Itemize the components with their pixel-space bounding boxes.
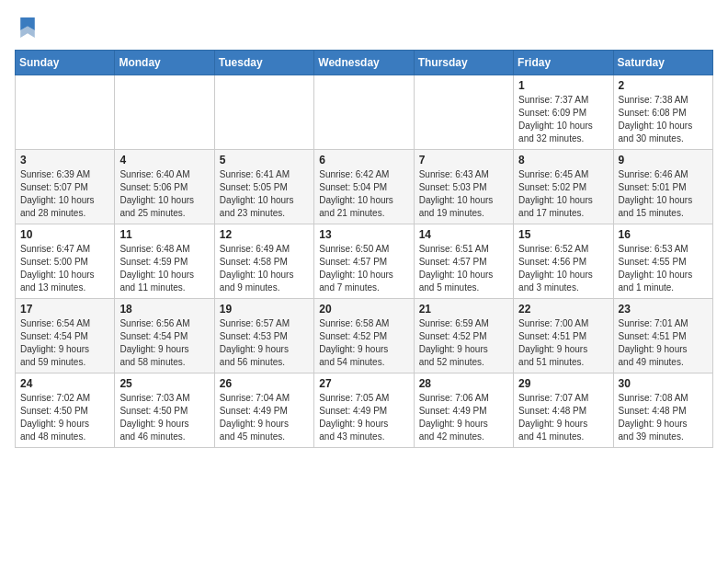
- calendar-table: SundayMondayTuesdayWednesdayThursdayFrid…: [15, 50, 713, 448]
- day-info: Sunrise: 6:45 AM Sunset: 5:02 PM Dayligh…: [518, 168, 608, 220]
- day-number: 30: [619, 377, 708, 390]
- calendar-cell: 24Sunrise: 7:02 AM Sunset: 4:50 PM Dayli…: [16, 373, 115, 448]
- calendar-cell: [314, 75, 414, 150]
- day-number: 5: [220, 154, 309, 167]
- day-number: 26: [220, 377, 309, 390]
- logo-icon: [15, 15, 40, 40]
- weekday-header-wednesday: Wednesday: [314, 51, 414, 75]
- calendar-cell: [414, 75, 513, 150]
- day-info: Sunrise: 7:02 AM Sunset: 4:50 PM Dayligh…: [20, 392, 109, 443]
- day-info: Sunrise: 6:49 AM Sunset: 4:58 PM Dayligh…: [220, 243, 309, 294]
- calendar-cell: 8Sunrise: 6:45 AM Sunset: 5:02 PM Daylig…: [514, 150, 613, 224]
- logo: [15, 15, 44, 40]
- day-info: Sunrise: 7:37 AM Sunset: 6:09 PM Dayligh…: [518, 94, 608, 145]
- day-info: Sunrise: 7:38 AM Sunset: 6:08 PM Dayligh…: [619, 94, 708, 145]
- day-info: Sunrise: 7:03 AM Sunset: 4:50 PM Dayligh…: [119, 392, 209, 443]
- calendar-row-0: 1Sunrise: 7:37 AM Sunset: 6:09 PM Daylig…: [16, 75, 713, 150]
- calendar-row-4: 24Sunrise: 7:02 AM Sunset: 4:50 PM Dayli…: [16, 373, 713, 448]
- day-number: 15: [518, 228, 608, 241]
- day-number: 23: [619, 303, 708, 316]
- calendar-cell: 26Sunrise: 7:04 AM Sunset: 4:49 PM Dayli…: [214, 373, 313, 448]
- calendar-cell: 16Sunrise: 6:53 AM Sunset: 4:55 PM Dayli…: [613, 224, 712, 299]
- calendar-cell: [115, 75, 214, 150]
- day-info: Sunrise: 6:43 AM Sunset: 5:03 PM Dayligh…: [419, 168, 508, 220]
- day-info: Sunrise: 6:46 AM Sunset: 5:01 PM Dayligh…: [619, 168, 708, 220]
- calendar-cell: [214, 75, 313, 150]
- weekday-header-friday: Friday: [514, 51, 613, 75]
- weekday-header-sunday: Sunday: [16, 51, 115, 75]
- day-number: 10: [20, 228, 109, 241]
- day-info: Sunrise: 6:41 AM Sunset: 5:05 PM Dayligh…: [220, 168, 309, 220]
- day-info: Sunrise: 6:51 AM Sunset: 4:57 PM Dayligh…: [419, 243, 508, 294]
- calendar-cell: 19Sunrise: 6:57 AM Sunset: 4:53 PM Dayli…: [214, 299, 313, 373]
- calendar-cell: 1Sunrise: 7:37 AM Sunset: 6:09 PM Daylig…: [514, 75, 613, 150]
- calendar-cell: 3Sunrise: 6:39 AM Sunset: 5:07 PM Daylig…: [16, 150, 115, 224]
- calendar-cell: 14Sunrise: 6:51 AM Sunset: 4:57 PM Dayli…: [414, 224, 513, 299]
- day-number: 8: [518, 154, 608, 167]
- day-number: 13: [319, 228, 408, 241]
- calendar-cell: 11Sunrise: 6:48 AM Sunset: 4:59 PM Dayli…: [115, 224, 214, 299]
- calendar-cell: 17Sunrise: 6:54 AM Sunset: 4:54 PM Dayli…: [16, 299, 115, 373]
- day-info: Sunrise: 7:01 AM Sunset: 4:51 PM Dayligh…: [619, 317, 708, 369]
- day-info: Sunrise: 6:42 AM Sunset: 5:04 PM Dayligh…: [319, 168, 408, 220]
- calendar-cell: 28Sunrise: 7:06 AM Sunset: 4:49 PM Dayli…: [414, 373, 513, 448]
- calendar-cell: 15Sunrise: 6:52 AM Sunset: 4:56 PM Dayli…: [514, 224, 613, 299]
- day-number: 14: [419, 228, 508, 241]
- calendar-cell: 27Sunrise: 7:05 AM Sunset: 4:49 PM Dayli…: [314, 373, 414, 448]
- calendar-cell: 10Sunrise: 6:47 AM Sunset: 5:00 PM Dayli…: [16, 224, 115, 299]
- calendar-cell: 30Sunrise: 7:08 AM Sunset: 4:48 PM Dayli…: [613, 373, 712, 448]
- day-info: Sunrise: 6:53 AM Sunset: 4:55 PM Dayligh…: [619, 243, 708, 294]
- weekday-header-thursday: Thursday: [414, 51, 513, 75]
- calendar-cell: 7Sunrise: 6:43 AM Sunset: 5:03 PM Daylig…: [414, 150, 513, 224]
- calendar-cell: 13Sunrise: 6:50 AM Sunset: 4:57 PM Dayli…: [314, 224, 414, 299]
- calendar-cell: 23Sunrise: 7:01 AM Sunset: 4:51 PM Dayli…: [613, 299, 712, 373]
- day-number: 16: [619, 228, 708, 241]
- day-info: Sunrise: 6:52 AM Sunset: 4:56 PM Dayligh…: [518, 243, 608, 294]
- day-info: Sunrise: 6:59 AM Sunset: 4:52 PM Dayligh…: [419, 317, 508, 369]
- weekday-header-saturday: Saturday: [613, 51, 712, 75]
- day-number: 29: [518, 377, 608, 390]
- day-info: Sunrise: 6:58 AM Sunset: 4:52 PM Dayligh…: [319, 317, 408, 369]
- calendar-cell: 4Sunrise: 6:40 AM Sunset: 5:06 PM Daylig…: [115, 150, 214, 224]
- day-info: Sunrise: 7:00 AM Sunset: 4:51 PM Dayligh…: [518, 317, 608, 369]
- calendar-cell: 22Sunrise: 7:00 AM Sunset: 4:51 PM Dayli…: [514, 299, 613, 373]
- calendar-cell: 18Sunrise: 6:56 AM Sunset: 4:54 PM Dayli…: [115, 299, 214, 373]
- calendar-cell: [16, 75, 115, 150]
- calendar-row-3: 17Sunrise: 6:54 AM Sunset: 4:54 PM Dayli…: [16, 299, 713, 373]
- day-info: Sunrise: 6:57 AM Sunset: 4:53 PM Dayligh…: [220, 317, 309, 369]
- calendar-cell: 29Sunrise: 7:07 AM Sunset: 4:48 PM Dayli…: [514, 373, 613, 448]
- weekday-header-monday: Monday: [115, 51, 214, 75]
- day-info: Sunrise: 7:06 AM Sunset: 4:49 PM Dayligh…: [419, 392, 508, 443]
- weekday-header-tuesday: Tuesday: [214, 51, 313, 75]
- calendar-cell: 12Sunrise: 6:49 AM Sunset: 4:58 PM Dayli…: [214, 224, 313, 299]
- day-number: 24: [20, 377, 109, 390]
- day-number: 2: [619, 79, 708, 92]
- day-info: Sunrise: 7:08 AM Sunset: 4:48 PM Dayligh…: [619, 392, 708, 443]
- day-info: Sunrise: 6:39 AM Sunset: 5:07 PM Dayligh…: [20, 168, 109, 220]
- day-number: 11: [119, 228, 209, 241]
- calendar-cell: 21Sunrise: 6:59 AM Sunset: 4:52 PM Dayli…: [414, 299, 513, 373]
- day-info: Sunrise: 6:54 AM Sunset: 4:54 PM Dayligh…: [20, 317, 109, 369]
- day-number: 18: [119, 303, 209, 316]
- day-info: Sunrise: 6:50 AM Sunset: 4:57 PM Dayligh…: [319, 243, 408, 294]
- calendar-cell: 20Sunrise: 6:58 AM Sunset: 4:52 PM Dayli…: [314, 299, 414, 373]
- day-info: Sunrise: 7:05 AM Sunset: 4:49 PM Dayligh…: [319, 392, 408, 443]
- day-number: 17: [20, 303, 109, 316]
- calendar-cell: 5Sunrise: 6:41 AM Sunset: 5:05 PM Daylig…: [214, 150, 313, 224]
- calendar-row-1: 3Sunrise: 6:39 AM Sunset: 5:07 PM Daylig…: [16, 150, 713, 224]
- day-number: 7: [419, 154, 508, 167]
- day-number: 28: [419, 377, 508, 390]
- day-number: 12: [220, 228, 309, 241]
- weekday-header-row: SundayMondayTuesdayWednesdayThursdayFrid…: [16, 51, 713, 75]
- day-info: Sunrise: 7:04 AM Sunset: 4:49 PM Dayligh…: [220, 392, 309, 443]
- day-number: 4: [119, 154, 209, 167]
- calendar-cell: 6Sunrise: 6:42 AM Sunset: 5:04 PM Daylig…: [314, 150, 414, 224]
- day-number: 1: [518, 79, 608, 92]
- header: [15, 15, 713, 40]
- day-info: Sunrise: 6:47 AM Sunset: 5:00 PM Dayligh…: [20, 243, 109, 294]
- day-number: 6: [319, 154, 408, 167]
- calendar-row-2: 10Sunrise: 6:47 AM Sunset: 5:00 PM Dayli…: [16, 224, 713, 299]
- day-info: Sunrise: 6:48 AM Sunset: 4:59 PM Dayligh…: [119, 243, 209, 294]
- day-number: 22: [518, 303, 608, 316]
- day-number: 27: [319, 377, 408, 390]
